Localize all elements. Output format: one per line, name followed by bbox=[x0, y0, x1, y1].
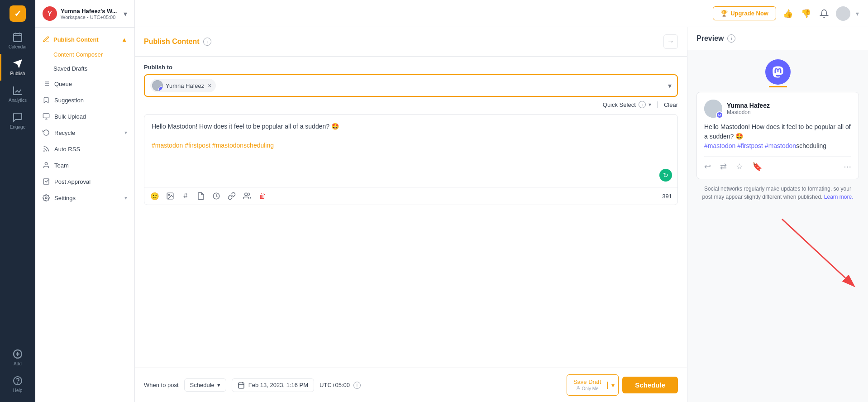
pencil-icon bbox=[43, 36, 50, 43]
preview-note: Social networks regularly make updates t… bbox=[696, 185, 859, 201]
preview-user-info: Yumna Hafeez Mastodon bbox=[727, 102, 770, 115]
upgrade-now-button[interactable]: 🏆 Upgrade Now bbox=[713, 6, 776, 20]
thumbs-up-icon[interactable]: 👍 bbox=[782, 7, 794, 20]
svg-point-19 bbox=[45, 197, 47, 199]
retweet-icon[interactable]: ⇄ bbox=[720, 162, 727, 172]
help-icon bbox=[12, 375, 23, 386]
nav-auto-rss[interactable]: Auto RSS bbox=[35, 141, 134, 157]
editor-toolbar: 🙂 # bbox=[144, 187, 677, 205]
nav-publish-content[interactable]: Publish Content ▲ bbox=[35, 31, 134, 48]
preview-info-icon[interactable]: i bbox=[727, 34, 735, 43]
engage-label: Engage bbox=[10, 124, 25, 129]
schedule-select[interactable]: Schedule ▾ bbox=[184, 378, 226, 392]
notification-bell-icon[interactable] bbox=[818, 7, 830, 20]
add-button[interactable]: Add bbox=[0, 344, 35, 371]
quick-select-button[interactable]: Quick Select i ▾ bbox=[603, 101, 651, 108]
nav-bulk-upload[interactable]: Bulk Upload bbox=[35, 108, 134, 124]
workspace-header[interactable]: Y Yumna Hafeez's W... Workspace • UTC+05… bbox=[35, 0, 134, 28]
save-draft-button[interactable]: Save Draft Only Me ▾ bbox=[567, 374, 619, 396]
nav-settings[interactable]: Settings ▾ bbox=[35, 190, 134, 206]
nav-team[interactable]: Team bbox=[35, 157, 134, 173]
learn-more-link[interactable]: Learn more. bbox=[824, 194, 854, 200]
app-logo[interactable]: ✓ bbox=[0, 0, 35, 27]
publish-panel-body: Publish to Yumna Hafeez × ▾ Quick Se bbox=[135, 57, 687, 368]
users-icon[interactable] bbox=[242, 191, 252, 201]
mastodon-logo-icon bbox=[765, 59, 791, 85]
svg-rect-15 bbox=[43, 114, 49, 118]
help-label: Help bbox=[13, 388, 23, 393]
svg-point-23 bbox=[245, 193, 248, 196]
mastodon-underline bbox=[769, 86, 787, 87]
workspace-avatar: Y bbox=[43, 6, 57, 21]
workspace-name: Yumna Hafeez's W... bbox=[61, 8, 120, 14]
calendar-date-icon bbox=[238, 382, 245, 389]
learn-more-label: Learn more. bbox=[824, 194, 854, 200]
nav-post-approval[interactable]: Post Approval bbox=[35, 173, 134, 190]
thumbs-down-icon[interactable]: 👎 bbox=[800, 7, 812, 20]
emoji-icon[interactable]: 🙂 bbox=[150, 191, 160, 201]
nav-recycle[interactable]: Recycle ▾ bbox=[35, 124, 134, 141]
queue-label: Queue bbox=[54, 81, 72, 87]
svg-line-30 bbox=[782, 219, 845, 278]
star-icon[interactable]: ☆ bbox=[736, 162, 743, 172]
recycle-chevron-icon: ▾ bbox=[124, 129, 127, 136]
document-icon[interactable] bbox=[196, 191, 206, 201]
user-avatar[interactable] bbox=[836, 6, 850, 21]
settings-label: Settings bbox=[54, 195, 76, 201]
queue-icon bbox=[43, 80, 50, 87]
post-approval-icon bbox=[43, 178, 50, 185]
sidebar-item-engage[interactable]: Engage bbox=[0, 107, 35, 134]
account-remove-icon[interactable]: × bbox=[208, 82, 211, 89]
save-draft-sub: Only Me bbox=[576, 386, 599, 392]
refresh-icon[interactable]: ↻ bbox=[659, 169, 672, 182]
team-icon bbox=[43, 162, 50, 169]
analytics-label: Analytics bbox=[9, 98, 27, 103]
main-content: 🏆 Upgrade Now 👍 👎 ▾ Publish Content i → … bbox=[135, 0, 868, 402]
date-select[interactable]: Feb 13, 2023, 1:16 PM bbox=[232, 378, 314, 392]
nav-suggestion[interactable]: Suggestion bbox=[35, 92, 134, 108]
sidebar-item-publish[interactable]: Publish bbox=[0, 54, 35, 81]
content-composer-label: Content Composer bbox=[53, 51, 103, 58]
account-selector[interactable]: Yumna Hafeez × ▾ bbox=[144, 74, 678, 97]
nav-saved-drafts[interactable]: Saved Drafts bbox=[35, 62, 134, 76]
collapse-button[interactable]: → bbox=[663, 34, 678, 49]
calendar-label: Calendar bbox=[9, 44, 27, 49]
help-button[interactable]: Help bbox=[0, 371, 35, 397]
editor-body[interactable]: Hello Mastodon! How does it feel to be p… bbox=[144, 115, 677, 187]
link-icon[interactable] bbox=[227, 191, 237, 201]
schedule-button[interactable]: Schedule bbox=[622, 377, 678, 393]
quick-select-row: Quick Select i ▾ | Clear bbox=[144, 100, 678, 109]
workspace-info: Yumna Hafeez's W... Workspace • UTC+05:0… bbox=[61, 8, 120, 20]
reply-icon[interactable]: ↩ bbox=[704, 162, 711, 172]
sidebar-item-calendar[interactable]: Calendar bbox=[0, 27, 35, 54]
bookmark-preview-icon[interactable]: 🔖 bbox=[752, 162, 762, 172]
publish-panel-header: Publish Content i → bbox=[135, 27, 687, 57]
preview-user-handle: Mastodon bbox=[727, 109, 770, 115]
recycle-icon bbox=[43, 129, 50, 136]
hashtag-icon[interactable]: # bbox=[181, 191, 191, 201]
nav-content-composer[interactable]: Content Composer bbox=[35, 48, 134, 62]
icon-bar-bottom: Add Help bbox=[0, 344, 35, 402]
sidebar: Y Yumna Hafeez's W... Workspace • UTC+05… bbox=[35, 0, 135, 402]
settings-icon bbox=[43, 194, 50, 201]
clear-button[interactable]: Clear bbox=[664, 101, 678, 108]
clear-label: Clear bbox=[664, 101, 678, 108]
workspace-chevron: ▾ bbox=[124, 10, 127, 18]
timezone-info-icon[interactable]: i bbox=[353, 382, 361, 389]
char-count: 391 bbox=[662, 193, 672, 200]
settings-chevron-icon: ▾ bbox=[124, 195, 127, 201]
account-name: Yumna Hafeez bbox=[166, 82, 204, 89]
account-chip: Yumna Hafeez × bbox=[150, 79, 216, 92]
publish-info-icon[interactable]: i bbox=[203, 38, 211, 46]
preview-user-row: M Yumna Hafeez Mastodon bbox=[704, 100, 851, 118]
image-icon[interactable] bbox=[165, 191, 175, 201]
delete-icon[interactable]: 🗑 bbox=[258, 191, 267, 201]
more-options-icon[interactable]: ··· bbox=[844, 161, 851, 172]
sidebar-item-analytics[interactable]: Analytics bbox=[0, 81, 35, 107]
user-chevron-icon[interactable]: ▾ bbox=[856, 10, 859, 17]
save-draft-dropdown-icon[interactable]: ▾ bbox=[607, 382, 618, 389]
quick-select-label: Quick Select bbox=[603, 101, 636, 108]
nav-queue[interactable]: Queue bbox=[35, 76, 134, 92]
bulk-upload-label: Bulk Upload bbox=[54, 113, 86, 120]
clock-icon[interactable] bbox=[211, 191, 221, 201]
